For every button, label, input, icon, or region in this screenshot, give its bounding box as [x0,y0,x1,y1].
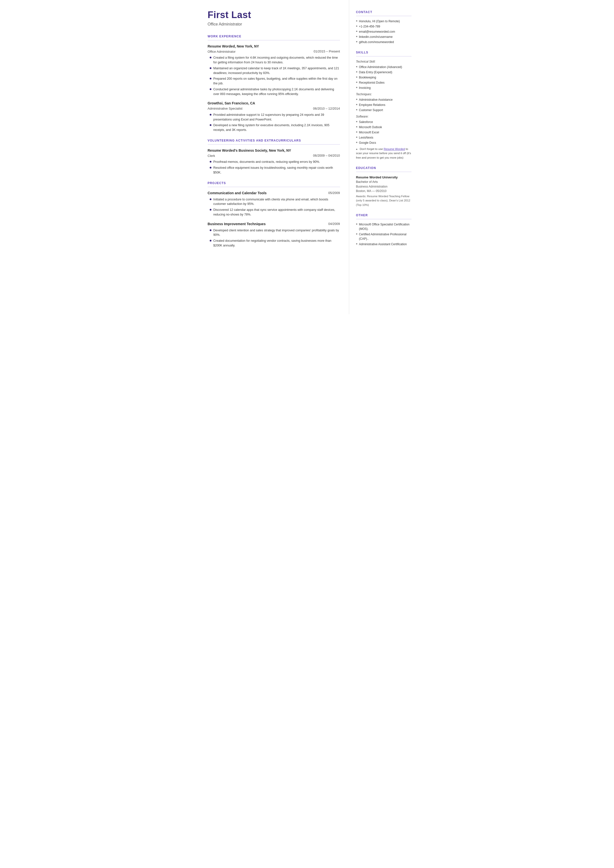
software-label: Software: [356,114,411,119]
work-divider [208,40,340,40]
contact-item-3: email@resumeworded.com [356,30,411,34]
edu-field: Business Administration [356,184,411,189]
bullet-icon [210,57,211,58]
scan-note: Don't forget to use Resume Worded to sca… [356,147,411,160]
technical-skills-list: Office Administration (Advanced) Data En… [356,65,411,90]
work-experience-title: WORK EXPERIENCE [208,34,340,39]
bullet-icon [210,199,211,200]
bullet-sm-icon [356,36,357,37]
software-list: Salesforce Microsoft Outlook Microsoft E… [356,120,411,145]
bullet-icon [210,229,211,231]
bullet-item: Created documentation for negotiating ve… [210,239,340,248]
bullet-item: Discovered 12 calendar apps that sync se… [210,208,340,217]
bullet-item: Initiated a procedure to communicate wit… [210,197,340,207]
techniques-list: Administrative Assistance Employee Relat… [356,98,411,112]
edu-school: Resume Worded University [356,175,411,180]
other-item-3: Administrative Assistant Certification [356,242,411,247]
bullet-icon [210,161,211,163]
project-name-2: Business Improvement Techniques [208,222,266,227]
right-column: CONTACT Honolulu, HI (Open to Remote) +1… [349,0,419,314]
job-company-1: Resume Worded, New York, NY [208,44,259,49]
contact-divider [356,16,411,16]
skill-item: Invoicing [356,85,411,90]
contact-item-2: +1-234-456-789 [356,24,411,29]
edu-location: Boston, MA — 05/2010 [356,189,411,193]
bullet-sm-icon [356,82,357,83]
resume-name: First Last [208,10,340,20]
skill-item: Office Administration (Advanced) [356,65,411,69]
contact-list: Honolulu, HI (Open to Remote) +1-234-456… [356,19,411,44]
bullet-icon [210,114,211,116]
education-title: EDUCATION [356,166,411,170]
project-header-2: Business Improvement Techniques 04/2009 [208,222,340,227]
resume-subtitle: Office Administrator [208,21,340,27]
edu-degree: Bachelor of Arts [356,180,411,184]
bullet-icon [210,78,211,79]
bullet-icon [210,240,211,242]
project-bullets-2: Developed client retention and sales str… [210,228,340,248]
job-title-date-row-2: Administrative Specialist 06/2010 – 12/2… [208,106,340,111]
project-header-1: Communication and Calendar Tools 05/2009 [208,191,340,196]
job-block-2: Growthsi, San Francisco, CA Administrati… [208,101,340,132]
bullet-icon [210,167,211,169]
bullet-item: Provided administrative support to 12 su… [210,113,340,122]
project-bullets-1: Initiated a procedure to communicate wit… [210,197,340,217]
other-divider [356,219,411,219]
bullet-sm-icon [356,41,357,42]
skill-item: Microsoft Outlook [356,125,411,129]
contact-title: CONTACT [356,10,411,14]
bullet-sm-icon [356,131,357,133]
bullet-sm-icon [356,224,357,225]
skill-item: Salesforce [356,120,411,124]
project-date-1: 05/2009 [329,191,340,196]
bullet-item: Maintained an organized calendar to keep… [210,66,340,76]
job-header-1: Resume Worded, New York, NY [208,44,340,49]
job-header-2: Growthsi, San Francisco, CA [208,101,340,106]
bullet-sm-icon [356,233,357,234]
other-item-2: Certified Administrative Professional (C… [356,232,411,241]
bullet-sm-icon [356,121,357,122]
bullet-sm-icon [356,20,357,22]
skill-item: Employee Relations [356,103,411,107]
bullet-sm-icon [356,104,357,105]
project-date-2: 04/2009 [329,222,340,227]
skills-title: SKILLS [356,50,411,55]
bullet-icon [210,67,211,69]
edu-awards: Awards: Resume Worded Teaching Fellow (o… [356,194,411,207]
skill-item: Bookkeeping [356,75,411,80]
volunteer-job-block-1: Resume Worded's Business Society, New Yo… [208,148,340,175]
bullet-sm-icon [356,87,357,88]
job-title-date-row-1: Office Administrator 01/2015 – Present [208,49,340,54]
bullet-sm-icon [356,243,357,244]
job-block-1: Resume Worded, New York, NY Office Admin… [208,44,340,96]
contact-item-1: Honolulu, HI (Open to Remote) [356,19,411,23]
volunteering-divider [208,144,340,144]
volunteer-job-date-1: 06/2009 – 04/2010 [313,153,340,158]
bullet-sm-icon [356,126,357,127]
bullet-item: Resolved office equipment issues by trou… [210,166,340,175]
project-name-1: Communication and Calendar Tools [208,191,267,196]
resume-worded-link[interactable]: Resume Worded [384,148,405,151]
bullet-sm-icon [356,137,357,138]
bullet-item: Created a filing system for 4.6K incomin… [210,56,340,65]
project-block-2: Business Improvement Techniques 04/2009 … [208,222,340,248]
projects-title: PROJECTS [208,181,340,185]
bullet-item: Conducted general administrative tasks b… [210,87,340,96]
job-bullets-1: Created a filing system for 4.6K incomin… [210,56,340,96]
bullet-sm-icon [356,66,357,67]
skill-item: LexisNexis [356,135,411,140]
volunteer-job-header-1: Resume Worded's Business Society, New Yo… [208,148,340,153]
bullet-icon [210,89,211,90]
bullet-item: Prepared 200 reports on sales figures, b… [210,76,340,86]
other-title: OTHER [356,213,411,217]
bullet-sm-icon [356,31,357,32]
technical-skill-label: Technical Skill: [356,59,411,64]
bullet-sm-icon [356,149,357,150]
techniques-label: Techniques: [356,92,411,96]
skill-item: Administrative Assistance [356,98,411,102]
bullet-icon [210,124,211,126]
skill-item: Customer Support [356,108,411,112]
bullet-sm-icon [356,142,357,143]
job-title-2: Administrative Specialist [208,106,243,111]
bullet-sm-icon [356,99,357,100]
